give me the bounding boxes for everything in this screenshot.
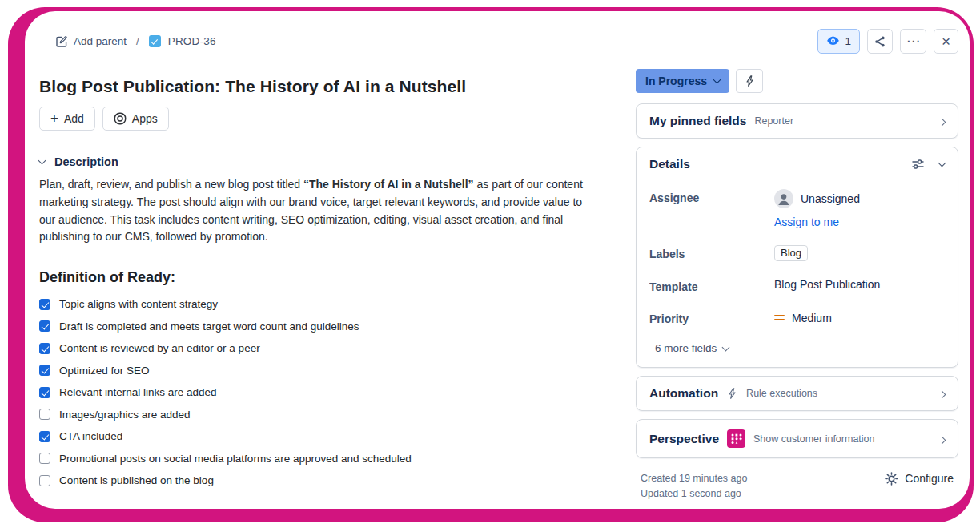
labels-label: Labels — [649, 245, 774, 261]
chevron-wrap — [939, 432, 945, 446]
more-fields-button[interactable]: 6 more fields — [655, 342, 945, 354]
task-type-icon[interactable] — [149, 35, 161, 47]
checklist-item-label: Images/graphics are added — [59, 409, 191, 421]
apps-button-label: Apps — [132, 112, 158, 125]
template-value[interactable]: Blog Post Publication — [774, 278, 880, 293]
issue-key[interactable]: PROD-36 — [168, 35, 216, 47]
status-dropdown-button[interactable]: In Progress — [636, 69, 729, 93]
lightning-icon — [744, 75, 756, 87]
watch-button[interactable]: 1 — [817, 29, 860, 54]
more-icon: ⋯ — [906, 34, 920, 48]
details-panel: Details — [636, 147, 958, 368]
topbar-actions: 1 ⋯ — [817, 29, 958, 54]
close-button[interactable]: × — [934, 29, 958, 54]
checklist-item[interactable]: Relevant internal links are added — [39, 386, 604, 398]
updated-text: Updated 1 second ago — [641, 486, 747, 502]
description-text-before: Plan, draft, review, and publish a new b… — [39, 178, 303, 191]
details-fields: Assignee Unassign — [649, 189, 945, 354]
add-button-label: Add — [64, 112, 84, 125]
add-button[interactable]: + Add — [39, 107, 95, 131]
chevron-wrap — [939, 114, 945, 128]
checklist-item-label: Promotional posts on social media platfo… — [59, 453, 412, 465]
priority-value-row[interactable]: Medium — [774, 310, 832, 325]
checkbox-icon[interactable] — [39, 299, 50, 310]
checklist-item-label: CTA included — [59, 430, 122, 442]
perspective-app-icon — [727, 429, 745, 448]
pinned-fields-row[interactable]: My pinned fields Reporter — [637, 104, 958, 138]
eye-icon — [826, 35, 840, 47]
perspective-row[interactable]: Perspective Show customer information — [637, 420, 958, 457]
description-heading: Description — [54, 155, 118, 168]
automation-quick-button[interactable] — [736, 69, 763, 93]
checklist-item-label: Content is published on the blog — [59, 474, 214, 486]
main-column: Blog Post Publication: The History of AI… — [39, 67, 633, 502]
chevron-down-icon — [38, 157, 46, 165]
automation-subtitle: Rule executions — [746, 388, 931, 399]
description-section-toggle[interactable]: Description — [39, 155, 604, 168]
checklist-item[interactable]: Draft is completed and meets target word… — [39, 320, 604, 333]
chevron-down-icon — [722, 343, 730, 351]
add-parent-label: Add parent — [74, 35, 127, 47]
add-parent-button[interactable]: Add parent — [55, 35, 127, 48]
description-text[interactable]: Plan, draft, review, and publish a new b… — [39, 176, 600, 246]
status-row: In Progress — [636, 69, 958, 93]
checklist-item[interactable]: CTA included — [39, 430, 604, 442]
gear-icon — [885, 472, 898, 486]
share-icon — [874, 35, 886, 48]
automation-panel: Automation Rule executions — [636, 376, 958, 411]
plus-icon: + — [50, 111, 58, 125]
configure-label: Configure — [905, 472, 954, 485]
checkbox-icon[interactable] — [39, 320, 50, 332]
checklist-item[interactable]: Promotional posts on social media platfo… — [39, 453, 604, 465]
automation-title: Automation — [649, 386, 718, 401]
field-labels: Labels Blog — [649, 245, 945, 261]
details-title: Details — [649, 157, 911, 171]
checkbox-icon[interactable] — [39, 365, 50, 376]
assign-to-me-link[interactable]: Assign to me — [774, 216, 860, 228]
details-header[interactable]: Details — [649, 157, 945, 171]
checklist-item[interactable]: Images/graphics are added — [39, 409, 604, 421]
checkbox-icon[interactable] — [39, 475, 50, 486]
pinned-fields-title: My pinned fields — [649, 114, 746, 128]
priority-value: Medium — [792, 312, 832, 324]
avatar — [774, 189, 793, 208]
description-text-bold: “The History of AI in a Nutshell” — [303, 178, 474, 191]
share-button[interactable] — [867, 29, 893, 54]
checkbox-icon[interactable] — [39, 343, 50, 354]
checklist-item-label: Optimized for SEO — [59, 365, 150, 377]
sliders-icon[interactable] — [911, 158, 925, 171]
checkbox-icon[interactable] — [39, 409, 50, 420]
checkbox-icon[interactable] — [39, 387, 50, 398]
created-text: Created 19 minutes ago — [641, 471, 747, 486]
more-button[interactable]: ⋯ — [900, 29, 926, 54]
breadcrumb: Add parent / PROD-36 — [55, 35, 216, 48]
field-template: Template Blog Post Publication — [649, 278, 945, 293]
close-icon: × — [942, 34, 950, 49]
checkbox-icon[interactable] — [39, 431, 50, 442]
checklist-item-label: Draft is completed and meets target word… — [59, 320, 359, 333]
sidebar-footer: Created 19 minutes ago Updated 1 second … — [641, 471, 954, 502]
chevron-down-icon[interactable] — [938, 159, 946, 167]
assignee-value-row[interactable]: Unassigned — [774, 189, 860, 208]
topbar: Add parent / PROD-36 — [39, 29, 958, 54]
apps-icon — [114, 112, 127, 125]
configure-button[interactable]: Configure — [885, 471, 954, 502]
apps-button[interactable]: Apps — [102, 107, 169, 131]
checkbox-icon[interactable] — [39, 453, 50, 464]
perspective-subtitle: Show customer information — [753, 433, 931, 445]
checklist-item[interactable]: Optimized for SEO — [39, 365, 604, 377]
status-label: In Progress — [645, 75, 707, 87]
checklist-item[interactable]: Content is reviewed by an editor or a pe… — [39, 342, 604, 354]
checklist-item-label: Relevant internal links are added — [59, 386, 217, 398]
label-chip[interactable]: Blog — [774, 245, 808, 261]
checklist-item[interactable]: Content is published on the blog — [39, 474, 604, 486]
definition-of-ready-heading: Definition of Ready: — [39, 269, 604, 286]
checklist-item[interactable]: Topic aligns with content strategy — [39, 298, 604, 310]
pinned-fields-subtitle: Reporter — [754, 115, 931, 127]
highlight-frame: Add parent / PROD-36 — [8, 7, 974, 522]
sidebar: In Progress My pinned field — [633, 67, 958, 502]
priority-medium-icon — [774, 312, 785, 323]
checklist: Topic aligns with content strategy Draft… — [39, 298, 604, 486]
automation-row[interactable]: Automation Rule executions — [637, 377, 958, 410]
lightning-icon — [726, 387, 738, 400]
